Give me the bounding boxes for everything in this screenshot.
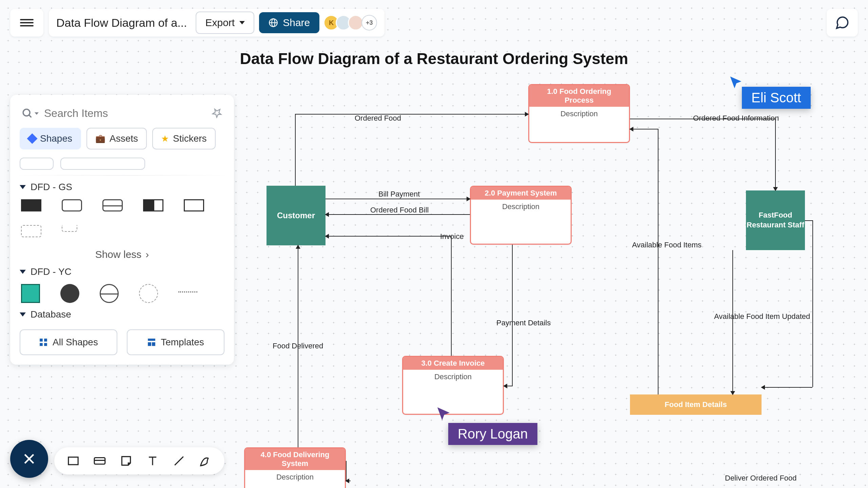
show-less-button[interactable]: Show less › <box>20 249 224 260</box>
tool-sticky-note[interactable] <box>119 454 133 468</box>
shape-circle-split[interactable] <box>100 284 119 303</box>
template-icon <box>147 338 156 347</box>
edge <box>298 245 298 447</box>
shape-rect-outline[interactable] <box>62 199 82 211</box>
grid-icon <box>39 338 48 347</box>
section-database[interactable]: Database <box>20 309 224 320</box>
edge-label-available-food-item-updated: Available Food Item Updated <box>714 312 810 321</box>
shape-rect-filled[interactable] <box>21 199 41 211</box>
show-less-label: Show less <box>95 249 142 260</box>
tab-assets[interactable]: 💼 Assets <box>86 128 147 149</box>
edge-label-bill-payment: Bill Payment <box>378 190 420 199</box>
process-2-desc: Description <box>471 200 571 214</box>
close-fab[interactable] <box>10 440 48 478</box>
tab-shapes[interactable]: Shapes <box>20 128 81 149</box>
section-dfd-yc[interactable]: DFD - YC <box>20 266 224 277</box>
edge <box>805 220 812 221</box>
section-database-label: Database <box>31 309 71 320</box>
subtab-1[interactable] <box>20 158 54 170</box>
process-1-title: 1.0 Food Ordering Process <box>529 85 629 107</box>
top-bar: Data Flow Diagram of a... Export Share K… <box>10 9 384 37</box>
dfd-gs-shapes <box>20 199 224 237</box>
section-dfd-gs[interactable]: DFD - GS <box>20 182 224 192</box>
templates-button[interactable]: Templates <box>127 329 224 355</box>
category-tabs: Shapes 💼 Assets ★ Stickers <box>20 128 224 149</box>
shape-dotted-line[interactable] <box>178 291 197 296</box>
tool-card[interactable] <box>93 454 106 468</box>
edge <box>812 220 813 387</box>
process-payment-system[interactable]: 2.0 Payment System Description <box>470 186 572 245</box>
process-food-ordering[interactable]: 1.0 Food Ordering Process Description <box>528 84 630 143</box>
subtab-2[interactable] <box>60 158 145 170</box>
shape-circle-dashed[interactable] <box>139 284 158 303</box>
process-3-desc: Description <box>403 370 503 384</box>
tool-line[interactable] <box>172 454 186 468</box>
process-food-delivering[interactable]: 4.0 Food Delivering System Description <box>244 447 346 488</box>
tool-text[interactable] <box>146 454 159 468</box>
entity-staff[interactable]: FastFood Restaurant Staff <box>746 190 805 250</box>
svg-rect-14 <box>68 457 78 465</box>
cursor-label-eli: Eli Scott <box>742 87 811 109</box>
title-block: Data Flow Diagram of a... Export Share K… <box>49 9 384 37</box>
edge <box>658 129 658 394</box>
subtab-row <box>20 158 224 170</box>
svg-point-3 <box>23 109 30 116</box>
process-4-desc: Description <box>245 470 345 484</box>
edge <box>504 386 513 386</box>
entity-customer[interactable]: Customer <box>267 186 326 245</box>
all-shapes-button[interactable]: All Shapes <box>20 329 117 355</box>
export-button[interactable]: Export <box>196 12 254 34</box>
edge <box>326 199 470 199</box>
share-label: Share <box>283 17 310 28</box>
avatar-more[interactable]: +3 <box>361 15 377 30</box>
tab-stickers[interactable]: ★ Stickers <box>152 128 216 149</box>
edge <box>326 214 470 215</box>
diamond-icon <box>27 133 37 144</box>
shape-square-teal[interactable] <box>21 284 40 303</box>
share-button[interactable]: Share <box>259 12 319 33</box>
edge <box>732 250 733 394</box>
shape-open-dashed[interactable] <box>62 225 77 232</box>
section-dfd-yc-label: DFD - YC <box>31 266 72 277</box>
caret-down-icon <box>20 312 26 317</box>
process-1-desc: Description <box>529 107 629 121</box>
edge <box>326 236 451 237</box>
shape-rect-split[interactable] <box>102 199 123 211</box>
diagram-title[interactable]: Data Flow Diagram of a Restaurant Orderi… <box>240 49 628 68</box>
shape-circle-dark[interactable] <box>60 284 79 303</box>
edge-label-ordered-food-info: Ordered Food Information <box>693 114 779 123</box>
all-shapes-label: All Shapes <box>53 337 98 348</box>
speech-bubble-icon <box>835 15 850 30</box>
panel-button-row: All Shapes Templates <box>20 329 224 355</box>
templates-label: Templates <box>161 337 204 348</box>
edge-label-deliver-ordered-food: Deliver Ordered Food <box>725 474 797 483</box>
close-icon <box>22 451 37 466</box>
briefcase-icon: 💼 <box>95 134 105 143</box>
pin-icon[interactable] <box>212 107 222 120</box>
svg-rect-9 <box>148 339 155 341</box>
collaborator-avatars[interactable]: K +3 <box>327 15 377 30</box>
datastore-food-item-details[interactable]: Food Item Details <box>630 394 762 415</box>
edge <box>346 481 351 481</box>
section-dfd-gs-label: DFD - GS <box>31 182 72 192</box>
svg-rect-8 <box>44 343 47 346</box>
shape-rect-border[interactable] <box>184 199 204 211</box>
shape-rect-half[interactable] <box>143 199 163 211</box>
edge <box>512 245 513 386</box>
tool-rectangle[interactable] <box>66 454 80 468</box>
edge-label-invoice: Invoice <box>440 232 464 241</box>
search-icon[interactable] <box>22 108 39 119</box>
edge <box>295 114 296 186</box>
hamburger-menu-button[interactable] <box>10 9 43 37</box>
svg-rect-10 <box>148 342 151 346</box>
document-title[interactable]: Data Flow Diagram of a... <box>56 16 191 29</box>
process-2-title: 2.0 Payment System <box>471 187 571 200</box>
tool-pen[interactable] <box>199 454 212 468</box>
search-input[interactable] <box>44 107 206 120</box>
process-create-invoice[interactable]: 3.0 Create Invoice Description <box>402 356 504 415</box>
tab-stickers-label: Stickers <box>173 133 207 144</box>
cursor-icon <box>728 75 743 90</box>
comments-button[interactable] <box>827 9 858 37</box>
shape-rect-dashed[interactable] <box>21 225 41 237</box>
svg-rect-7 <box>40 343 43 346</box>
